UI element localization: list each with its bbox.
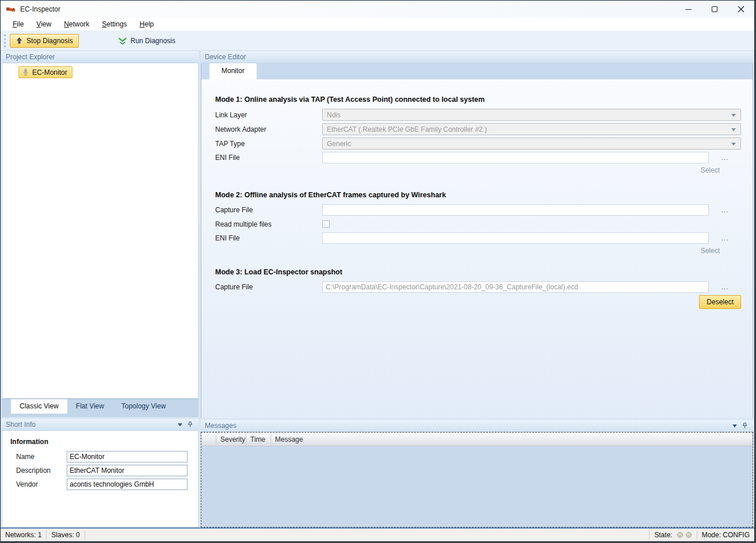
mode3-capture-row: Capture File ... xyxy=(215,281,741,293)
menu-view[interactable]: View xyxy=(30,18,58,30)
minimize-icon xyxy=(685,9,692,10)
main-area: Project Explorer EC-Monitor Classic View… xyxy=(1,50,754,527)
short-info-header: Short Info xyxy=(2,419,198,431)
minimize-button[interactable] xyxy=(675,1,701,18)
app-logo-icon xyxy=(6,5,16,14)
tab-topology-view[interactable]: Topology View xyxy=(113,399,174,414)
network-adapter-dropdown[interactable]: EtherCAT ( Realtek PCIe GbE Family Contr… xyxy=(322,123,741,135)
read-multiple-checkbox[interactable] xyxy=(322,220,330,228)
short-info-title: Short Info xyxy=(6,419,36,430)
double-chevron-down-icon xyxy=(118,37,127,45)
mode3-capture-label: Capture File xyxy=(215,283,322,291)
messages-grid: Severity Time Message xyxy=(201,432,753,527)
mode3-capture-input[interactable] xyxy=(322,281,709,293)
project-explorer-title: Project Explorer xyxy=(6,51,55,63)
toolbar-grip[interactable] xyxy=(4,35,6,47)
message-column-header[interactable]: Message xyxy=(271,433,753,446)
mode3-heading: Mode 3: Load EC-Inspector snapshot xyxy=(215,268,741,276)
chevron-down-icon[interactable] xyxy=(732,425,737,430)
project-explorer-panel: Project Explorer EC-Monitor Classic View… xyxy=(2,51,198,527)
menu-file[interactable]: File xyxy=(6,18,30,30)
time-column-header[interactable]: Time xyxy=(246,433,271,446)
menu-help[interactable]: Help xyxy=(133,18,161,30)
run-diagnosis-button[interactable]: Run Diagnosis xyxy=(112,34,181,48)
menu-bar: File View Network Settings Help xyxy=(1,18,754,31)
pin-icon[interactable] xyxy=(742,422,747,429)
deselect-row: Deselect xyxy=(215,295,741,309)
mode2-eni-label: ENI File xyxy=(215,234,322,242)
tree-item-ec-monitor[interactable]: EC-Monitor xyxy=(18,66,72,78)
maximize-icon xyxy=(712,6,717,12)
mode2-capture-label: Capture File xyxy=(215,206,322,214)
mode1-select-link[interactable]: Select xyxy=(215,166,741,174)
mode1-eni-row: ENI File ... xyxy=(215,152,741,163)
arrow-up-icon xyxy=(16,37,23,44)
severity-column-header[interactable]: Severity xyxy=(216,433,246,446)
close-button[interactable] xyxy=(728,1,754,18)
mode1-heading: Mode 1: Online analysis via TAP (Test Ac… xyxy=(215,95,741,104)
status-mode: Mode: CONFIG xyxy=(697,531,754,539)
description-field[interactable] xyxy=(67,465,188,476)
window-title: EC-Inspector xyxy=(20,5,60,13)
read-multiple-row: Read multiple files xyxy=(215,218,741,230)
explorer-view-tabs: Classic View Flat View Topology View xyxy=(2,399,198,417)
vendor-row: Vendor xyxy=(10,479,198,490)
tap-type-label: TAP Type xyxy=(215,140,322,148)
name-field[interactable] xyxy=(67,451,188,462)
mode2-select-link[interactable]: Select xyxy=(215,247,741,255)
tab-classic-view[interactable]: Classic View xyxy=(11,399,67,414)
mode2-capture-input[interactable] xyxy=(322,204,709,216)
vendor-field[interactable] xyxy=(67,479,188,490)
description-label: Description xyxy=(16,466,67,475)
mode2-eni-browse-button[interactable]: ... xyxy=(709,234,741,242)
short-info-body: Information Name Description Vendor xyxy=(2,431,198,527)
link-layer-dropdown[interactable]: Ndis xyxy=(322,109,741,121)
messages-panel: Messages Severity Time Message xyxy=(201,420,753,527)
mode2-heading: Mode 2: Offline analysis of EtherCAT fra… xyxy=(215,191,741,199)
messages-title: Messages xyxy=(205,420,236,431)
link-layer-row: Link Layer Ndis xyxy=(215,109,741,121)
mode2-capture-browse-button[interactable]: ... xyxy=(709,206,741,214)
name-row: Name xyxy=(10,451,198,462)
tap-type-value: Generic xyxy=(327,140,351,148)
dropdown-arrow-icon xyxy=(731,114,736,119)
stop-diagnosis-label: Stop Diagnosis xyxy=(26,37,73,45)
device-editor-panel: Device Editor Monitor Mode 1: Online ana… xyxy=(201,51,753,527)
tap-type-dropdown[interactable]: Generic xyxy=(322,137,741,150)
tab-flat-view[interactable]: Flat View xyxy=(67,399,113,414)
menu-network[interactable]: Network xyxy=(58,18,96,30)
title-bar: EC-Inspector xyxy=(1,1,754,18)
app-window: EC-Inspector File View Network Settings … xyxy=(0,0,755,542)
information-heading: Information xyxy=(10,438,198,446)
menu-settings[interactable]: Settings xyxy=(96,18,133,30)
toolbar: Stop Diagnosis Run Diagnosis xyxy=(1,31,754,50)
pin-icon[interactable] xyxy=(188,421,193,428)
state-led-icon xyxy=(677,532,683,538)
mode1-eni-input[interactable] xyxy=(322,152,709,163)
device-editor-header: Device Editor xyxy=(201,51,753,63)
messages-list[interactable] xyxy=(201,446,753,527)
mode1-eni-label: ENI File xyxy=(215,154,322,162)
monitor-device-icon xyxy=(21,68,30,77)
status-networks: Networks: 1 xyxy=(1,531,46,539)
tab-monitor[interactable]: Monitor xyxy=(209,63,257,79)
chevron-down-icon[interactable] xyxy=(178,423,182,429)
mode3-capture-browse-button[interactable]: ... xyxy=(709,283,741,291)
description-row: Description xyxy=(10,465,198,476)
link-layer-label: Link Layer xyxy=(215,111,322,119)
tap-type-row: TAP Type Generic xyxy=(215,137,741,150)
status-bar: Networks: 1 Slaves: 0 State: Mode: CONFI… xyxy=(1,529,754,541)
project-explorer-header: Project Explorer xyxy=(2,51,198,63)
row-indicator-column xyxy=(201,433,216,446)
deselect-button[interactable]: Deselect xyxy=(699,295,741,309)
device-editor-title: Device Editor xyxy=(205,51,246,63)
read-multiple-label: Read multiple files xyxy=(215,220,322,228)
mode1-eni-browse-button[interactable]: ... xyxy=(709,154,741,162)
stop-diagnosis-button[interactable]: Stop Diagnosis xyxy=(10,34,79,48)
run-diagnosis-label: Run Diagnosis xyxy=(131,37,175,45)
mode2-eni-input[interactable] xyxy=(322,232,709,244)
state-led-icon xyxy=(686,532,692,538)
status-separator xyxy=(85,530,85,540)
status-slaves: Slaves: 0 xyxy=(47,531,84,539)
maximize-button[interactable] xyxy=(701,1,728,18)
